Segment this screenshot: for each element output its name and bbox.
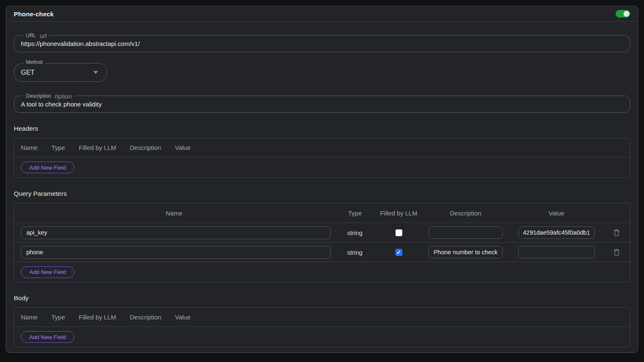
- qp-col-filled-by-llm: Filled by LLM: [376, 210, 422, 217]
- param-type-label: string: [334, 229, 376, 236]
- qp-desc-cell: [422, 246, 509, 258]
- table-row-api-key: string: [14, 223, 630, 242]
- headers-col-filled-by-llm: Filled by LLM: [79, 144, 116, 151]
- headers-section-title: Headers: [14, 125, 630, 132]
- delete-row-button[interactable]: [612, 247, 621, 258]
- param-name-input[interactable]: [21, 226, 331, 239]
- page-title: Phone-check: [14, 10, 54, 18]
- chevron-down-icon: [93, 71, 98, 74]
- body-col-filled-by-llm: Filled by LLM: [79, 314, 116, 321]
- filled-by-llm-checkbox[interactable]: [395, 229, 402, 236]
- description-input[interactable]: [21, 101, 623, 108]
- url-field: URL url: [14, 35, 630, 52]
- qp-col-name: Name: [14, 210, 334, 217]
- content-area: URL url Method GET Description ription H…: [6, 35, 638, 353]
- body-col-type: Type: [51, 314, 65, 321]
- qp-value-cell: [509, 246, 603, 258]
- body-table-head: Name Type Filled by LLM Description Valu…: [14, 308, 630, 327]
- qp-col-description: Description: [422, 210, 509, 217]
- body-section-title: Body: [14, 294, 630, 302]
- method-select[interactable]: Method GET: [14, 63, 107, 82]
- qp-col-value: Value: [509, 210, 603, 217]
- trash-icon: [613, 249, 620, 256]
- qp-llm-cell: [376, 249, 422, 256]
- query-params-table-head: Name Type Filled by LLM Description Valu…: [14, 203, 630, 223]
- title-bar: Phone-check: [6, 6, 638, 22]
- description-field: Description ription: [14, 96, 630, 113]
- method-value: GET: [21, 69, 35, 76]
- delete-row-button[interactable]: [612, 228, 621, 238]
- url-field-label: URL url: [23, 32, 49, 38]
- qp-llm-cell: [376, 229, 422, 236]
- query-params-add-field-button[interactable]: Add New Field: [21, 266, 74, 278]
- headers-col-name: Name: [21, 144, 38, 151]
- headers-col-value: Value: [175, 144, 191, 151]
- body-col-value: Value: [175, 314, 191, 321]
- param-description-input[interactable]: [428, 246, 503, 258]
- qp-actions-cell: [603, 247, 630, 258]
- param-type-label: string: [334, 249, 376, 256]
- tool-enabled-toggle[interactable]: [616, 10, 630, 18]
- headers-col-description: Description: [130, 144, 161, 151]
- body-table: Name Type Filled by LLM Description Valu…: [14, 307, 630, 347]
- qp-col-type: Type: [334, 210, 376, 217]
- description-field-label: Description ription: [23, 92, 74, 99]
- body-add-field-button[interactable]: Add New Field: [21, 331, 74, 343]
- qp-name-cell: [14, 246, 334, 259]
- method-label-text: Method: [26, 60, 43, 65]
- qp-actions-cell: [603, 228, 630, 238]
- qp-desc-cell: [422, 226, 509, 239]
- description-label-text: Description: [26, 94, 51, 99]
- param-description-input[interactable]: [428, 226, 503, 239]
- description-legend-text: ription: [55, 93, 72, 99]
- body-col-name: Name: [21, 314, 38, 321]
- headers-table-head: Name Type Filled by LLM Description Valu…: [14, 138, 630, 157]
- query-params-section-title: Query Parameters: [14, 190, 630, 197]
- url-label-text: URL: [26, 33, 36, 38]
- tool-config-panel: Phone-check URL url Method GET Descript: [6, 6, 638, 353]
- headers-col-type: Type: [51, 144, 65, 151]
- method-field-label: Method: [23, 60, 45, 65]
- qp-value-cell: [509, 226, 603, 239]
- body-button-row: Add New Field: [14, 327, 630, 347]
- qp-name-cell: [14, 226, 334, 239]
- url-input[interactable]: [21, 40, 623, 47]
- headers-add-field-button[interactable]: Add New Field: [21, 162, 74, 173]
- table-row-phone: string: [14, 242, 630, 262]
- param-name-input[interactable]: [21, 246, 331, 259]
- trash-icon: [613, 229, 620, 236]
- url-legend-text: url: [40, 33, 47, 39]
- query-params-button-row: Add New Field: [14, 262, 630, 282]
- param-value-input[interactable]: [518, 246, 595, 258]
- filled-by-llm-checkbox[interactable]: [395, 249, 402, 256]
- headers-table: Name Type Filled by LLM Description Valu…: [14, 138, 630, 178]
- body-col-description: Description: [130, 314, 161, 321]
- tool-enabled-toggle-input[interactable]: [616, 10, 630, 18]
- headers-button-row: Add New Field: [14, 157, 630, 177]
- param-value-input[interactable]: [518, 226, 595, 239]
- query-params-table: Name Type Filled by LLM Description Valu…: [14, 203, 630, 282]
